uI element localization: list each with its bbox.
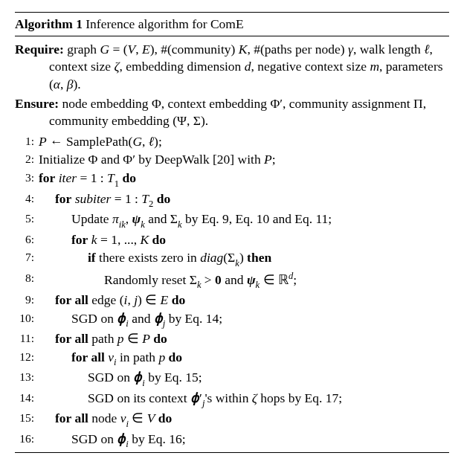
step-11: 11: for all path p ∈ P do: [15, 330, 449, 348]
step-13: 13: SGD on ϕi by Eq. 15;: [15, 369, 449, 389]
ensure-text: node embedding Φ, context embedding Φ′, …: [49, 96, 426, 129]
step-4: 4: for subiter = 1 : T2 do: [15, 190, 449, 210]
step-text: for all node vi ∈ V do: [34, 410, 172, 430]
step-text: for k = 1, ..., K do: [34, 231, 166, 249]
ensure-line: Ensure: node embedding Φ, context embedd…: [15, 95, 449, 130]
step-text: for all edge (i, j) ∈ E do: [34, 292, 185, 309]
step-num: 4:: [15, 190, 34, 207]
step-num: 12:: [15, 349, 34, 365]
step-text: for all path p ∈ P do: [34, 330, 167, 348]
step-text: SGD on ϕi and ϕj by Eq. 14;: [34, 310, 222, 330]
step-10: 10: SGD on ϕi and ϕj by Eq. 14;: [15, 310, 449, 330]
step-text: Update πik, ψk and Σk by Eq. 9, Eq. 10 a…: [34, 210, 332, 231]
step-num: 2:: [15, 151, 34, 167]
step-14: 14: SGD on its context ϕ′j's within ζ ho…: [15, 390, 449, 410]
algorithm-body: Require: graph G = (V, E), #(community) …: [15, 36, 449, 453]
step-text: P ← SamplePath(G, ℓ);: [34, 133, 162, 151]
step-text: SGD on ϕi by Eq. 16;: [34, 431, 186, 451]
step-text: for iter = 1 : T1 do: [34, 170, 136, 190]
step-num: 3:: [15, 170, 34, 186]
step-num: 1:: [15, 133, 34, 149]
step-2: 2: Initialize Φ and Φ′ by DeepWalk [20] …: [15, 151, 449, 169]
algorithm-number: Algorithm 1: [15, 16, 83, 31]
step-num: 7:: [15, 249, 34, 266]
rule-bottom: [15, 452, 449, 453]
require-line: Require: graph G = (V, E), #(community) …: [15, 41, 449, 94]
step-15: 15: for all node vi ∈ V do: [15, 410, 449, 430]
step-7: 7: if there exists zero in diag(Σk) then: [15, 249, 449, 269]
step-num: 8:: [15, 270, 34, 286]
step-text: for all vi in path p do: [34, 349, 182, 369]
step-9: 9: for all edge (i, j) ∈ E do: [15, 292, 449, 309]
algorithm-title-row: Algorithm 1 Inference algorithm for ComE: [15, 13, 449, 36]
step-1: 1: P ← SamplePath(G, ℓ);: [15, 133, 449, 151]
step-num: 11:: [15, 330, 34, 347]
step-num: 15:: [15, 410, 34, 426]
step-text: if there exists zero in diag(Σk) then: [34, 249, 271, 269]
algorithm-title: Inference algorithm for ComE: [86, 16, 243, 31]
step-16: 16: SGD on ϕi by Eq. 16;: [15, 431, 449, 451]
step-6: 6: for k = 1, ..., K do: [15, 231, 449, 249]
step-text: Initialize Φ and Φ′ by DeepWalk [20] wit…: [34, 151, 276, 169]
step-num: 13:: [15, 369, 34, 385]
step-text: SGD on its context ϕ′j's within ζ hops b…: [34, 390, 342, 410]
step-8: 8: Randomly reset Σk > 0 and ψk ∈ ℝd;: [15, 270, 449, 291]
step-num: 10:: [15, 310, 34, 327]
ensure-label: Ensure:: [15, 96, 59, 111]
step-text: Randomly reset Σk > 0 and ψk ∈ ℝd;: [34, 270, 297, 291]
step-12: 12: for all vi in path p do: [15, 349, 449, 369]
step-num: 16:: [15, 431, 34, 447]
step-5: 5: Update πik, ψk and Σk by Eq. 9, Eq. 1…: [15, 210, 449, 231]
step-3: 3: for iter = 1 : T1 do: [15, 170, 449, 190]
algorithm-block: Algorithm 1 Inference algorithm for ComE…: [15, 12, 449, 453]
step-text: for subiter = 1 : T2 do: [34, 190, 170, 210]
step-num: 14:: [15, 390, 34, 406]
step-num: 9:: [15, 292, 34, 308]
step-num: 6:: [15, 231, 34, 248]
require-text: graph G = (V, E), #(community) K, #(path…: [49, 42, 443, 91]
step-num: 5:: [15, 210, 34, 227]
require-label: Require:: [15, 42, 64, 57]
step-text: SGD on ϕi by Eq. 15;: [34, 369, 202, 389]
